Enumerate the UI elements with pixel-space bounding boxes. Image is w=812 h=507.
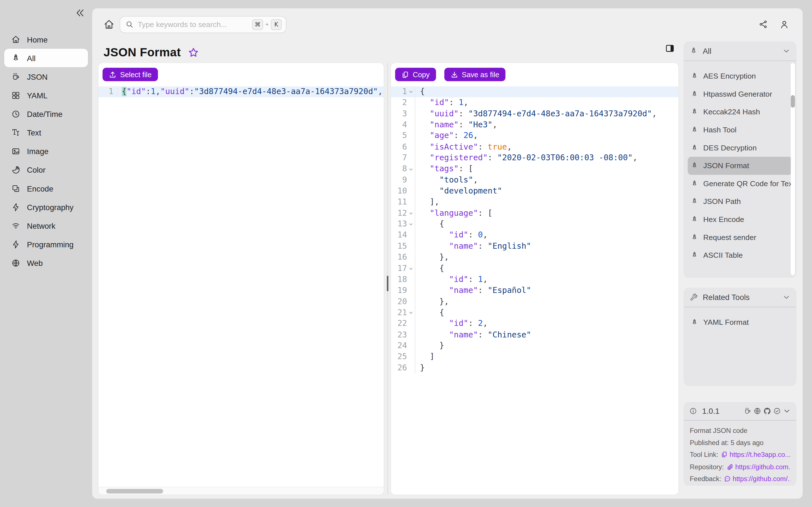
- favorite-star-icon[interactable]: [188, 47, 199, 58]
- code-line[interactable]: 19 "name": "Español": [391, 285, 678, 296]
- fold-chevron-icon[interactable]: [407, 266, 415, 271]
- sidebar-item-text[interactable]: Text: [4, 123, 88, 142]
- code-line[interactable]: 7 "registered": "2020-02-03T06:00:03 -08…: [391, 153, 678, 164]
- code-line[interactable]: 20 },: [391, 296, 678, 307]
- sidebar-item-image[interactable]: Image: [4, 142, 88, 160]
- vertical-scrollbar[interactable]: [791, 63, 795, 275]
- related-tools-header[interactable]: Related Tools: [683, 288, 796, 307]
- globe-icon[interactable]: [753, 407, 761, 415]
- sidebar-item-programming[interactable]: Programming: [4, 235, 88, 253]
- chevron-down-icon[interactable]: [782, 293, 790, 301]
- tool-item-aes-encryption[interactable]: AES Encryption: [688, 67, 792, 86]
- code-text: {: [415, 219, 444, 230]
- select-file-button[interactable]: Select file: [103, 68, 158, 81]
- repository-link[interactable]: https://github.com...: [735, 463, 790, 471]
- code-line[interactable]: 2 "id": 1,: [391, 98, 678, 108]
- code-line[interactable]: 11 ],: [391, 197, 678, 208]
- code-line[interactable]: 26}: [391, 362, 678, 374]
- input-code-area[interactable]: 1{"id":1,"uuid":"3d877494-e7d4-48e3-aa7a…: [98, 87, 384, 98]
- tool-link[interactable]: https://t.he3app.co...: [730, 451, 790, 459]
- code-line[interactable]: 23 "name": "Chinese": [391, 329, 678, 340]
- sidebar-collapse-button[interactable]: [75, 8, 86, 18]
- fold-chevron-icon[interactable]: [407, 311, 415, 315]
- fold-chevron-icon[interactable]: [407, 90, 415, 94]
- line-gutter: 12: [391, 208, 415, 219]
- pane-splitter[interactable]: [384, 63, 391, 495]
- zap-icon: [11, 203, 20, 211]
- sidebar-item-color[interactable]: Color: [4, 160, 88, 179]
- tool-item-htpasswd-generator[interactable]: Htpasswd Generator: [688, 85, 792, 103]
- sidebar-item-yaml[interactable]: YAML: [4, 86, 88, 105]
- check-circle-icon[interactable]: [773, 407, 781, 415]
- code-line[interactable]: 17 {: [391, 263, 678, 274]
- code-line[interactable]: 18 "id": 1,: [391, 274, 678, 285]
- code-line[interactable]: 16 },: [391, 252, 678, 263]
- tool-item-request-sender[interactable]: Request sender: [688, 228, 792, 246]
- sidebar-item-network[interactable]: Network: [4, 216, 88, 235]
- scrollbar-thumb[interactable]: [791, 95, 795, 108]
- tool-item-yaml-format[interactable]: YAML Format: [688, 314, 792, 332]
- github-icon[interactable]: [763, 407, 771, 415]
- tool-item-keccak224-hash[interactable]: Keccak224 Hash: [688, 103, 792, 121]
- code-text: ]: [415, 351, 435, 362]
- code-line[interactable]: 22 "id": 2,: [391, 318, 678, 329]
- share-icon[interactable]: [759, 20, 768, 29]
- horizontal-scrollbar[interactable]: [98, 487, 384, 495]
- tool-item-hash-tool[interactable]: Hash Tool: [688, 121, 792, 139]
- code-line[interactable]: 21 {: [391, 307, 678, 318]
- formatted-code-area[interactable]: 1{2 "id": 1,3 "uuid": "3d877494-e7d4-48e…: [391, 87, 678, 374]
- splitter-handle[interactable]: [387, 276, 388, 291]
- tool-info-panel: 1.0.1 Format JSON code Published at: 5 d…: [683, 402, 796, 486]
- sidebar-item-web[interactable]: Web: [4, 253, 88, 272]
- copy-button[interactable]: Copy: [395, 68, 436, 81]
- code-line[interactable]: 3 "uuid": "3d877494-e7d4-48e3-aa7a-16437…: [391, 108, 678, 119]
- code-text: {: [415, 263, 444, 274]
- chevron-down-icon[interactable]: [782, 47, 790, 55]
- code-line[interactable]: 12 "language": [: [391, 208, 678, 219]
- chevron-down-icon[interactable]: [783, 407, 791, 415]
- sidebar-item-date-time[interactable]: Date/Time: [4, 105, 88, 123]
- sidebar-item-label: Encode: [27, 184, 53, 193]
- tool-item-ascii-table[interactable]: ASCII Table: [688, 246, 792, 264]
- tool-item-generate-qr-code-for-text[interactable]: Generate QR Code for Text: [688, 175, 792, 193]
- code-line[interactable]: 1{: [391, 87, 678, 98]
- fold-chevron-icon[interactable]: [407, 211, 415, 216]
- tool-item-json-path[interactable]: JSON Path: [688, 193, 792, 211]
- code-text: {: [415, 307, 444, 318]
- feedback-link[interactable]: https://github.com/...: [732, 475, 790, 483]
- code-line[interactable]: 13 {: [391, 219, 678, 230]
- code-line[interactable]: 25 ]: [391, 351, 678, 362]
- code-line[interactable]: 9 "tools",: [391, 175, 678, 186]
- fold-chevron-icon[interactable]: [407, 167, 415, 172]
- tool-item-des-decryption[interactable]: DES Decryption: [688, 139, 792, 157]
- coffee-icon[interactable]: [744, 407, 752, 415]
- code-line[interactable]: 15 "name": "English": [391, 241, 678, 252]
- search-input[interactable]: Type keywords to search... ⌘ + K: [119, 16, 286, 33]
- sidebar-item-encode[interactable]: Encode: [4, 179, 88, 198]
- user-icon[interactable]: [779, 19, 789, 29]
- sidebar-item-json[interactable]: JSON: [4, 67, 88, 86]
- code-line[interactable]: 8 "tags": [: [391, 164, 678, 175]
- save-as-file-button[interactable]: Save as file: [444, 68, 505, 81]
- sidebar-item-cryptography[interactable]: Cryptography: [4, 198, 88, 216]
- sidebar-item-all[interactable]: All: [4, 49, 88, 67]
- code-line[interactable]: 10 "development": [391, 186, 678, 197]
- tools-panel-header[interactable]: All: [683, 41, 796, 61]
- tool-item-json-format[interactable]: JSON Format: [688, 157, 792, 175]
- code-line[interactable]: 14 "id": 0,: [391, 230, 678, 241]
- code-line[interactable]: 5 "age": 26,: [391, 131, 678, 142]
- scrollbar-thumb[interactable]: [106, 489, 163, 494]
- panel-toggle-icon[interactable]: [665, 43, 675, 53]
- home-button[interactable]: [103, 19, 114, 30]
- chat-icon: [724, 475, 730, 482]
- fold-chevron-icon[interactable]: [407, 222, 415, 227]
- sidebar-item-home[interactable]: Home: [4, 30, 88, 49]
- code-line[interactable]: 4 "name": "He3",: [391, 119, 678, 130]
- code-line[interactable]: 24 }: [391, 340, 678, 351]
- code-line[interactable]: 1{"id":1,"uuid":"3d877494-e7d4-48e3-aa7a…: [98, 87, 384, 98]
- code-line[interactable]: 6 "isActive": true,: [391, 142, 678, 153]
- copy-link-icon: [721, 451, 728, 458]
- search-shortcut: ⌘ + K: [252, 19, 282, 30]
- line-number: 3: [402, 108, 407, 119]
- tool-item-hex-encode[interactable]: Hex Encode: [688, 210, 792, 228]
